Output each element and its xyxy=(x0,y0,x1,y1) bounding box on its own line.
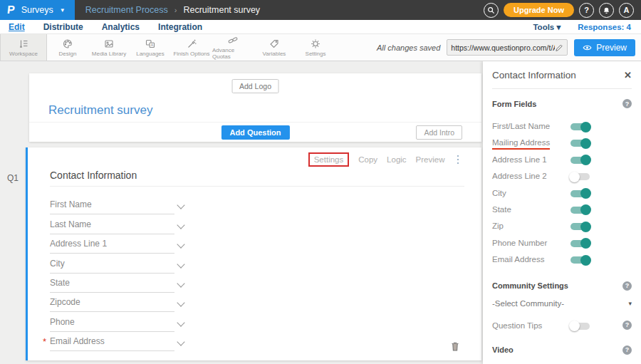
help-icon[interactable]: ? xyxy=(622,99,632,108)
toolbar-item-advance-quotas[interactable]: Advance Quotas xyxy=(212,34,254,61)
field-label[interactable]: Email Address xyxy=(50,336,105,346)
help-button[interactable]: ? xyxy=(579,3,594,18)
chevron-down-icon[interactable] xyxy=(177,318,184,326)
chevron-down-icon[interactable] xyxy=(177,279,184,287)
question-preview-button[interactable]: Preview xyxy=(416,155,445,164)
toolbar-item-media-library[interactable]: Media Library xyxy=(88,34,130,61)
field-row-first-name: First Name xyxy=(50,195,477,214)
field-row-address-line-1: Address Line 1 xyxy=(50,234,477,254)
tab-integration[interactable]: Integration xyxy=(149,22,212,32)
toggle-row-zip: Zip xyxy=(492,218,632,234)
panel-divider xyxy=(492,88,632,89)
help-icon[interactable]: ? xyxy=(622,281,632,291)
edit-url-button[interactable] xyxy=(555,43,563,52)
product-switcher[interactable]: P Surveys ▼ xyxy=(0,0,75,20)
chevron-down-icon[interactable] xyxy=(177,241,184,249)
toggle-row-email-address: Email Address xyxy=(492,251,632,268)
search-button[interactable] xyxy=(484,3,499,18)
question-title[interactable]: Contact Information xyxy=(50,170,137,181)
help-icon[interactable]: ? xyxy=(622,345,632,355)
toolbar-item-languages[interactable]: A Languages xyxy=(130,34,171,61)
field-label[interactable]: City xyxy=(50,259,65,269)
toolbar-item-finish-options[interactable]: Finish Options xyxy=(171,34,212,61)
address-line-2-toggle[interactable] xyxy=(570,173,590,180)
notifications-button[interactable] xyxy=(599,3,614,18)
video-heading: Video xyxy=(492,345,514,354)
field-label[interactable]: Zipcode xyxy=(50,297,80,307)
survey-builder-app: P Surveys ▼ Recruitment Process › Recrui… xyxy=(0,0,641,364)
add-question-button[interactable]: Add Question xyxy=(221,125,289,140)
toggle-label: City xyxy=(492,189,506,197)
community-settings-heading: Community Settings xyxy=(492,281,568,290)
toggle-label: Question Tips xyxy=(492,321,542,330)
toolbar-item-label: Media Library xyxy=(92,51,126,57)
field-label[interactable]: Last Name xyxy=(50,219,91,229)
delete-question-button[interactable] xyxy=(450,341,460,355)
email-address-toggle[interactable] xyxy=(570,256,590,264)
field-row-state: State xyxy=(50,274,477,293)
address-line-1-toggle[interactable] xyxy=(570,157,590,164)
form-fields-section-header: Form Fields ? xyxy=(492,99,632,108)
question-settings-button[interactable]: Settings xyxy=(308,152,350,167)
toolbar-item-variables[interactable]: Variables xyxy=(254,34,295,61)
state-toggle[interactable] xyxy=(570,207,590,214)
chevron-down-icon[interactable] xyxy=(177,299,184,307)
toolbar-item-settings[interactable]: Settings xyxy=(295,34,336,61)
chevron-down-icon[interactable] xyxy=(177,260,184,268)
toggle-label: Address Line 1 xyxy=(492,155,547,164)
toolbar-item-design[interactable]: Design xyxy=(47,34,88,61)
add-intro-button[interactable]: Add Intro xyxy=(416,125,462,140)
question-logic-button[interactable]: Logic xyxy=(387,155,407,164)
help-icon[interactable]: ? xyxy=(622,321,632,330)
tab-analytics[interactable]: Analytics xyxy=(93,22,149,32)
field-label[interactable]: First Name xyxy=(50,199,92,209)
toggle-row-state: State xyxy=(492,202,632,218)
toggle-row-mailing-address: Mailing Address xyxy=(492,135,632,151)
toggle-row-phone-number: Phone Number xyxy=(492,235,632,251)
city-toggle[interactable] xyxy=(570,190,590,197)
survey-url-input[interactable]: https://www.questionpro.com/t/APNrFZ xyxy=(451,43,555,52)
question-copy-button[interactable]: Copy xyxy=(358,155,377,164)
search-icon xyxy=(487,6,495,14)
account-avatar[interactable]: A xyxy=(619,3,634,18)
topbar-actions: Upgrade Now ? A xyxy=(484,3,641,18)
first-last-name-toggle[interactable] xyxy=(570,123,590,130)
pencil-icon xyxy=(555,43,563,52)
questionpro-logo-icon: P xyxy=(6,4,16,16)
toolbar-item-workspace[interactable]: Workspace xyxy=(0,34,47,61)
tab-distribute[interactable]: Distribute xyxy=(34,22,93,32)
responses-link[interactable]: Responses: 4 xyxy=(578,23,631,31)
chevron-down-icon[interactable] xyxy=(177,221,184,229)
close-icon[interactable]: ✕ xyxy=(624,70,632,80)
tag-icon xyxy=(269,38,280,49)
community-select[interactable]: -Select Community- ▾ xyxy=(492,299,632,308)
phone-number-toggle[interactable] xyxy=(570,240,590,247)
tools-menu[interactable]: Tools ▾ xyxy=(533,22,561,32)
question-more-menu[interactable] xyxy=(454,154,462,166)
chevron-down-icon[interactable] xyxy=(177,202,184,209)
field-row-email-address: * Email Address xyxy=(50,332,477,351)
chevron-down-icon: ▼ xyxy=(60,7,66,14)
tab-edit[interactable]: Edit xyxy=(0,22,34,32)
field-label[interactable]: Phone xyxy=(50,317,75,327)
toggle-label: Zip xyxy=(492,222,504,230)
toolbar-item-label: Languages xyxy=(136,51,165,57)
survey-url-box: https://www.questionpro.com/t/APNrFZ xyxy=(447,39,568,56)
chevron-down-icon[interactable] xyxy=(177,338,184,345)
upgrade-now-button[interactable]: Upgrade Now xyxy=(504,3,574,17)
form-fields-heading: Form Fields xyxy=(492,100,536,108)
field-label[interactable]: State xyxy=(50,278,70,288)
tabsbar-right: Tools ▾ Responses: 4 xyxy=(533,22,641,32)
field-row-city: City xyxy=(50,254,477,273)
toolbar-right: All changes saved https://www.questionpr… xyxy=(377,34,641,61)
mailing-address-toggle[interactable] xyxy=(570,140,590,147)
zip-toggle[interactable] xyxy=(570,223,590,230)
preview-button[interactable]: Preview xyxy=(574,39,635,56)
add-logo-button[interactable]: Add Logo xyxy=(231,79,279,93)
question-tips-toggle[interactable] xyxy=(570,323,590,330)
field-row-phone: Phone xyxy=(50,312,477,331)
breadcrumb-folder[interactable]: Recruitment Process xyxy=(85,5,168,15)
field-label[interactable]: Address Line 1 xyxy=(50,239,107,249)
survey-title[interactable]: Recruitment survey xyxy=(48,103,152,118)
trash-icon xyxy=(450,341,460,352)
